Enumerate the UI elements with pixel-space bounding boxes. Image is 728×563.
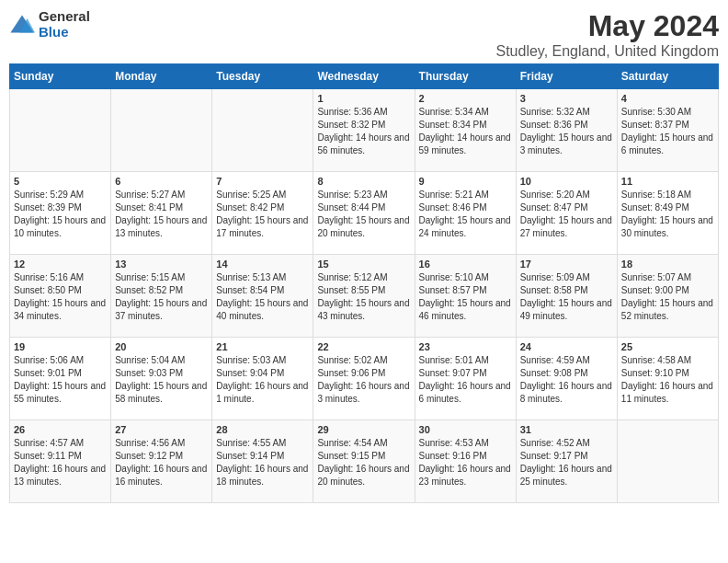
logo-text: General Blue (39, 9, 90, 40)
day-number: 11 (621, 176, 714, 187)
table-row: 25Sunrise: 4:58 AM Sunset: 9:10 PM Dayli… (617, 338, 718, 420)
day-detail: Sunrise: 5:23 AM Sunset: 8:44 PM Dayligh… (317, 189, 410, 240)
table-row: 21Sunrise: 5:03 AM Sunset: 9:04 PM Dayli… (212, 338, 313, 420)
day-number: 8 (317, 176, 410, 187)
day-detail: Sunrise: 4:52 AM Sunset: 9:17 PM Dayligh… (520, 437, 613, 488)
logo-general: General (39, 9, 90, 25)
day-number: 24 (520, 341, 613, 352)
day-number: 25 (621, 341, 714, 352)
day-detail: Sunrise: 5:25 AM Sunset: 8:42 PM Dayligh… (216, 189, 309, 240)
day-number: 22 (317, 341, 410, 352)
day-number: 18 (621, 259, 714, 270)
day-number: 30 (419, 424, 512, 435)
table-row (111, 89, 212, 172)
day-detail: Sunrise: 4:56 AM Sunset: 9:12 PM Dayligh… (115, 437, 208, 488)
table-row: 7Sunrise: 5:25 AM Sunset: 8:42 PM Daylig… (212, 172, 313, 255)
table-row: 23Sunrise: 5:01 AM Sunset: 9:07 PM Dayli… (415, 338, 516, 420)
logo-icon (9, 12, 35, 38)
day-number: 7 (216, 176, 309, 187)
table-row: 27Sunrise: 4:56 AM Sunset: 9:12 PM Dayli… (111, 420, 212, 503)
table-row: 6Sunrise: 5:27 AM Sunset: 8:41 PM Daylig… (111, 172, 212, 255)
day-number: 20 (115, 341, 208, 352)
day-number: 14 (216, 259, 309, 270)
day-number: 12 (14, 259, 107, 270)
day-detail: Sunrise: 5:34 AM Sunset: 8:34 PM Dayligh… (419, 106, 512, 157)
day-detail: Sunrise: 5:07 AM Sunset: 9:00 PM Dayligh… (621, 271, 714, 323)
day-detail: Sunrise: 5:20 AM Sunset: 8:47 PM Dayligh… (520, 189, 613, 240)
day-detail: Sunrise: 4:59 AM Sunset: 9:08 PM Dayligh… (520, 354, 613, 406)
table-row: 15Sunrise: 5:12 AM Sunset: 8:55 PM Dayli… (313, 255, 415, 338)
calendar-body: 1Sunrise: 5:36 AM Sunset: 8:32 PM Daylig… (10, 89, 719, 503)
logo: General Blue (9, 9, 90, 40)
table-row: 20Sunrise: 5:04 AM Sunset: 9:03 PM Dayli… (111, 338, 212, 420)
day-detail: Sunrise: 5:16 AM Sunset: 8:50 PM Dayligh… (14, 271, 107, 323)
day-number: 5 (14, 176, 107, 187)
table-row: 12Sunrise: 5:16 AM Sunset: 8:50 PM Dayli… (10, 255, 111, 338)
header-saturday: Saturday (617, 64, 718, 89)
table-row: 1Sunrise: 5:36 AM Sunset: 8:32 PM Daylig… (313, 89, 415, 172)
title-block: May 2024 Studley, England, United Kingdo… (495, 9, 719, 60)
table-row: 19Sunrise: 5:06 AM Sunset: 9:01 PM Dayli… (10, 338, 111, 420)
table-row: 5Sunrise: 5:29 AM Sunset: 8:39 PM Daylig… (10, 172, 111, 255)
table-row: 9Sunrise: 5:21 AM Sunset: 8:46 PM Daylig… (415, 172, 516, 255)
table-row: 16Sunrise: 5:10 AM Sunset: 8:57 PM Dayli… (415, 255, 516, 338)
day-number: 29 (317, 424, 410, 435)
table-row: 14Sunrise: 5:13 AM Sunset: 8:54 PM Dayli… (212, 255, 313, 338)
header-thursday: Thursday (415, 64, 516, 89)
table-row (617, 420, 718, 503)
day-detail: Sunrise: 5:06 AM Sunset: 9:01 PM Dayligh… (14, 354, 107, 406)
day-number: 6 (115, 176, 208, 187)
header-sunday: Sunday (10, 64, 111, 89)
table-row: 31Sunrise: 4:52 AM Sunset: 9:17 PM Dayli… (516, 420, 617, 503)
table-row (10, 89, 111, 172)
day-detail: Sunrise: 5:29 AM Sunset: 8:39 PM Dayligh… (14, 189, 107, 240)
header-wednesday: Wednesday (313, 64, 415, 89)
day-detail: Sunrise: 5:18 AM Sunset: 8:49 PM Dayligh… (621, 189, 714, 240)
logo-blue: Blue (39, 25, 90, 40)
day-detail: Sunrise: 5:27 AM Sunset: 8:41 PM Dayligh… (115, 189, 208, 240)
day-detail: Sunrise: 4:53 AM Sunset: 9:16 PM Dayligh… (419, 437, 512, 488)
table-row: 24Sunrise: 4:59 AM Sunset: 9:08 PM Dayli… (516, 338, 617, 420)
table-row: 29Sunrise: 4:54 AM Sunset: 9:15 PM Dayli… (313, 420, 415, 503)
day-detail: Sunrise: 5:32 AM Sunset: 8:36 PM Dayligh… (520, 106, 613, 157)
day-number: 9 (419, 176, 512, 187)
table-row: 8Sunrise: 5:23 AM Sunset: 8:44 PM Daylig… (313, 172, 415, 255)
table-row: 2Sunrise: 5:34 AM Sunset: 8:34 PM Daylig… (415, 89, 516, 172)
day-number: 31 (520, 424, 613, 435)
day-detail: Sunrise: 5:01 AM Sunset: 9:07 PM Dayligh… (419, 354, 512, 406)
day-number: 28 (216, 424, 309, 435)
day-number: 1 (317, 93, 410, 104)
table-row: 18Sunrise: 5:07 AM Sunset: 9:00 PM Dayli… (617, 255, 718, 338)
table-row: 22Sunrise: 5:02 AM Sunset: 9:06 PM Dayli… (313, 338, 415, 420)
day-detail: Sunrise: 5:21 AM Sunset: 8:46 PM Dayligh… (419, 189, 512, 240)
day-detail: Sunrise: 5:30 AM Sunset: 8:37 PM Dayligh… (621, 106, 714, 157)
day-detail: Sunrise: 5:10 AM Sunset: 8:57 PM Dayligh… (419, 271, 512, 323)
table-row: 26Sunrise: 4:57 AM Sunset: 9:11 PM Dayli… (10, 420, 111, 503)
header-friday: Friday (516, 64, 617, 89)
day-detail: Sunrise: 5:12 AM Sunset: 8:55 PM Dayligh… (317, 271, 410, 323)
day-number: 15 (317, 259, 410, 270)
day-detail: Sunrise: 4:57 AM Sunset: 9:11 PM Dayligh… (14, 437, 107, 488)
day-number: 3 (520, 93, 613, 104)
table-row: 3Sunrise: 5:32 AM Sunset: 8:36 PM Daylig… (516, 89, 617, 172)
day-detail: Sunrise: 5:09 AM Sunset: 8:58 PM Dayligh… (520, 271, 613, 323)
day-detail: Sunrise: 4:55 AM Sunset: 9:14 PM Dayligh… (216, 437, 309, 488)
day-detail: Sunrise: 5:15 AM Sunset: 8:52 PM Dayligh… (115, 271, 208, 323)
day-number: 21 (216, 341, 309, 352)
table-row: 11Sunrise: 5:18 AM Sunset: 8:49 PM Dayli… (617, 172, 718, 255)
calendar-table: Sunday Monday Tuesday Wednesday Thursday… (9, 63, 719, 503)
day-detail: Sunrise: 5:02 AM Sunset: 9:06 PM Dayligh… (317, 354, 410, 406)
day-number: 13 (115, 259, 208, 270)
table-row: 30Sunrise: 4:53 AM Sunset: 9:16 PM Dayli… (415, 420, 516, 503)
day-number: 2 (419, 93, 512, 104)
day-detail: Sunrise: 5:36 AM Sunset: 8:32 PM Dayligh… (317, 106, 410, 157)
day-number: 19 (14, 341, 107, 352)
table-row (212, 89, 313, 172)
header-monday: Monday (111, 64, 212, 89)
day-number: 23 (419, 341, 512, 352)
day-number: 27 (115, 424, 208, 435)
location-subtitle: Studley, England, United Kingdom (495, 43, 719, 60)
day-number: 10 (520, 176, 613, 187)
calendar-container: General Blue May 2024 Studley, England, … (0, 0, 728, 512)
table-row: 28Sunrise: 4:55 AM Sunset: 9:14 PM Dayli… (212, 420, 313, 503)
